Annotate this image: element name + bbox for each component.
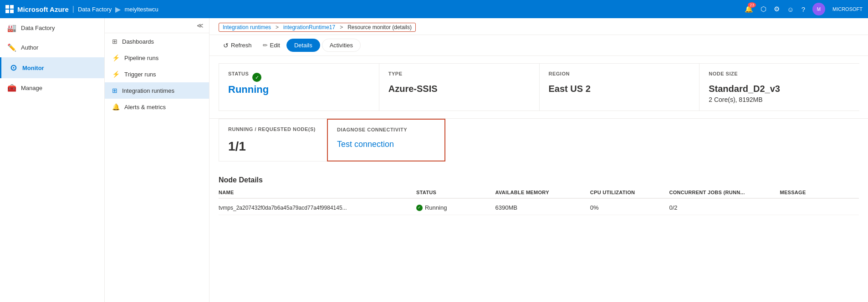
nav-dashboards-label: Dashboards bbox=[122, 38, 154, 45]
panel-status: STATUS ✓ Running bbox=[219, 63, 379, 111]
status-label-row: STATUS ✓ bbox=[228, 71, 370, 84]
panels-row-top: STATUS ✓ Running TYPE Azure-SSIS REGION … bbox=[209, 56, 868, 119]
svg-rect-3 bbox=[10, 10, 14, 13]
dashboards-icon: ⊞ bbox=[112, 38, 117, 45]
author-icon: ✏️ bbox=[7, 43, 16, 52]
region-value: East US 2 bbox=[549, 84, 690, 94]
type-label: TYPE bbox=[388, 71, 530, 76]
nav-alerts-metrics[interactable]: 🔔 Alerts & metrics bbox=[105, 99, 209, 115]
svg-rect-0 bbox=[5, 5, 9, 9]
cell-status: ✓ Running bbox=[416, 204, 495, 211]
tab-activities[interactable]: Activities bbox=[322, 39, 361, 52]
status-label: STATUS bbox=[228, 71, 249, 76]
nav-dashboards[interactable]: ⊞ Dashboards bbox=[105, 33, 209, 50]
topbar-factory[interactable]: meiyltestwcu bbox=[124, 6, 158, 13]
node-details-title: Node Details bbox=[219, 176, 859, 184]
brand-name: Microsoft Azure bbox=[17, 5, 69, 13]
col-cpu: CPU UTILIZATION bbox=[590, 190, 669, 195]
sidebar-label-author: Author bbox=[21, 44, 38, 51]
sidebar-label-data-factory: Data Factory bbox=[21, 25, 55, 31]
sidebar-label-monitor: Monitor bbox=[22, 65, 44, 71]
topbar-arrow: ▶ bbox=[115, 5, 121, 14]
sidebar-item-data-factory[interactable]: 🏭 Data Factory bbox=[0, 18, 104, 38]
col-message: MESSAGE bbox=[780, 190, 859, 195]
notifications-badge: 23 bbox=[748, 2, 756, 8]
status-check-icon: ✓ bbox=[252, 73, 261, 82]
diagnose-label: DIAGNOSE CONNECTIVITY bbox=[337, 127, 435, 132]
panels-row-bottom: RUNNING / REQUESTED NODE(S) 1/1 DIAGNOSE… bbox=[209, 119, 868, 169]
panel-type: TYPE Azure-SSIS bbox=[379, 63, 540, 111]
cloud-shell-icon[interactable]: ⬡ bbox=[761, 5, 766, 13]
refresh-label: Refresh bbox=[231, 42, 252, 49]
user-avatar[interactable]: M bbox=[812, 3, 825, 15]
pipeline-runs-icon: ⚡ bbox=[112, 54, 120, 61]
running-nodes-label: RUNNING / REQUESTED NODE(S) bbox=[228, 126, 318, 132]
row-status-icon: ✓ bbox=[416, 205, 423, 211]
type-value: Azure-SSIS bbox=[388, 84, 530, 94]
col-status: STATUS bbox=[416, 190, 495, 195]
col-memory: AVAILABLE MEMORY bbox=[495, 190, 590, 195]
node-details-section: Node Details NAME STATUS AVAILABLE MEMOR… bbox=[209, 169, 868, 222]
sidebar-item-author[interactable]: ✏️ Author bbox=[0, 38, 104, 57]
topbar: Microsoft Azure | Data Factory ▶ meiylte… bbox=[0, 0, 868, 18]
nav-pipeline-runs-label: Pipeline runs bbox=[124, 55, 158, 61]
windows-icon bbox=[5, 5, 14, 13]
sidebar-item-monitor[interactable]: ⊙ Monitor bbox=[0, 57, 104, 78]
cell-jobs: 0/2 bbox=[669, 204, 780, 211]
breadcrumb-sep2: > bbox=[340, 24, 343, 30]
panel-region: REGION East US 2 bbox=[539, 63, 700, 111]
collapse-icon[interactable]: ≪ bbox=[197, 22, 204, 29]
second-sidebar-header: ≪ bbox=[105, 18, 209, 33]
breadcrumb-outline: Integration runtimes > integrationRuntim… bbox=[219, 23, 416, 32]
nav-trigger-runs[interactable]: ⚡ Trigger runs bbox=[105, 66, 209, 82]
sidebar-item-manage[interactable]: 🧰 Manage bbox=[0, 78, 104, 98]
tab-activities-label: Activities bbox=[330, 42, 353, 49]
alerts-icon: 🔔 bbox=[112, 103, 120, 111]
breadcrumb-link-integration-runtimes[interactable]: Integration runtimes bbox=[223, 24, 271, 30]
breadcrumb-link-runtime[interactable]: integrationRuntime17 bbox=[283, 24, 335, 30]
content-area: Integration runtimes > integrationRuntim… bbox=[209, 18, 868, 302]
trigger-runs-icon: ⚡ bbox=[112, 70, 120, 78]
panel-running-nodes: RUNNING / REQUESTED NODE(S) 1/1 bbox=[219, 119, 328, 161]
edit-button[interactable]: ✏ Edit bbox=[258, 40, 285, 51]
cell-cpu: 0% bbox=[590, 204, 669, 211]
integration-runtimes-icon: ⊞ bbox=[112, 87, 117, 94]
tab-details-label: Details bbox=[294, 42, 312, 49]
cell-memory: 6390MB bbox=[495, 204, 590, 211]
test-connection-link[interactable]: Test connection bbox=[337, 140, 435, 149]
edit-label: Edit bbox=[270, 42, 280, 49]
tab-details[interactable]: Details bbox=[286, 39, 320, 52]
manage-icon: 🧰 bbox=[7, 84, 16, 92]
nav-integration-runtimes[interactable]: ⊞ Integration runtimes bbox=[105, 82, 209, 99]
breadcrumb-current: Resource monitor (details) bbox=[347, 24, 412, 30]
refresh-button[interactable]: ↺ Refresh bbox=[219, 40, 256, 51]
topbar-service[interactable]: Data Factory bbox=[78, 6, 112, 13]
svg-rect-1 bbox=[10, 5, 14, 9]
help-icon[interactable]: ? bbox=[802, 5, 805, 13]
svg-rect-2 bbox=[5, 10, 9, 13]
notifications-icon[interactable]: 🔔 23 bbox=[745, 5, 753, 13]
monitor-icon: ⊙ bbox=[9, 63, 18, 73]
node-size-line2: 2 Core(s), 8192MB bbox=[709, 96, 850, 103]
data-factory-icon: 🏭 bbox=[7, 24, 16, 32]
panel-node-size: NODE SIZE Standard_D2_v3 2 Core(s), 8192… bbox=[699, 63, 859, 111]
node-size-line1: Standard_D2_v3 bbox=[709, 84, 850, 94]
sidebar-label-manage: Manage bbox=[21, 85, 42, 91]
settings-icon[interactable]: ⚙ bbox=[774, 5, 780, 13]
nav-pipeline-runs[interactable]: ⚡ Pipeline runs bbox=[105, 50, 209, 66]
row-status-text: Running bbox=[425, 204, 447, 211]
left-sidebar: 🏭 Data Factory ✏️ Author ⊙ Monitor 🧰 Man… bbox=[0, 18, 105, 302]
brand-logo: Microsoft Azure bbox=[5, 5, 69, 13]
topbar-right: 🔔 23 ⬡ ⚙ ☺ ? M MICROSOFT bbox=[745, 3, 863, 15]
breadcrumb: Integration runtimes > integrationRuntim… bbox=[209, 18, 868, 35]
status-value: Running bbox=[228, 84, 370, 96]
toolbar: ↺ Refresh ✏ Edit Details Activities bbox=[209, 35, 868, 56]
nav-integration-runtimes-label: Integration runtimes bbox=[122, 87, 174, 94]
col-jobs: CONCURRENT JOBS (RUNN... bbox=[669, 190, 780, 195]
edit-icon: ✏ bbox=[263, 42, 268, 49]
sidebar-nav: 🏭 Data Factory ✏️ Author ⊙ Monitor 🧰 Man… bbox=[0, 18, 104, 98]
breadcrumb-sep1: > bbox=[276, 24, 279, 30]
cell-node-name: tvmps_2a207432f0da7b6a45a79acd77a4f99841… bbox=[219, 205, 416, 211]
feedback-icon[interactable]: ☺ bbox=[787, 5, 794, 13]
nav-trigger-runs-label: Trigger runs bbox=[124, 71, 156, 78]
